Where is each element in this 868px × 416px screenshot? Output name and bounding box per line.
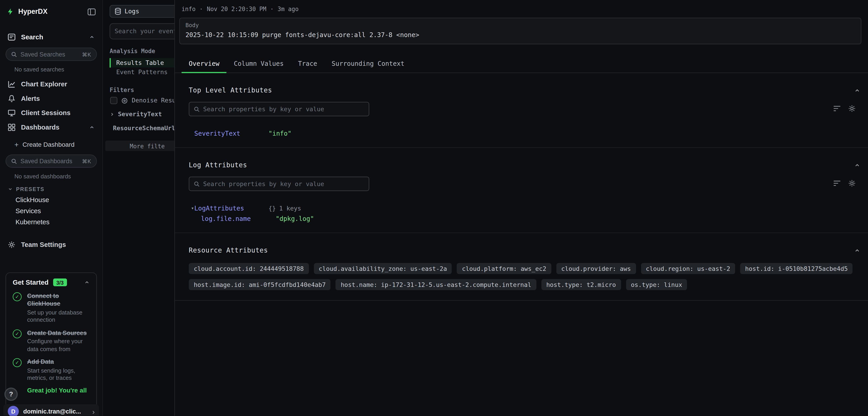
sidebar-item-label: Client Sessions [21,109,95,117]
resource-chip[interactable]: host.image.id: ami-0f5fcdfbd140e4ab7 [189,279,331,290]
filter-group-label: ResourceSchemaUrl [113,125,175,132]
brand-name: HyperDX [18,8,84,16]
resource-chip[interactable]: cloud.provider: aws [556,263,636,274]
gear-icon[interactable] [848,179,856,187]
hyperdx-logo-icon [6,8,14,16]
sidebar-item-clickhouse[interactable]: ClickHouse [0,195,102,206]
event-search-input[interactable] [115,28,174,35]
get-started-item-title: Connect to ClickHouse [27,292,90,308]
attribute-key[interactable]: log.file.name [201,215,276,222]
get-started-item-subtitle: Start sending logs, metrics, or traces [27,367,90,382]
get-started-item-data-sources[interactable]: ✓ Create Data Sources Configure where yo… [13,329,90,353]
tab-trace[interactable]: Trace [291,57,324,72]
more-filters-button[interactable]: More filte [105,141,174,151]
get-started-footer: Great job! You're all [27,387,90,394]
mode-results-table[interactable]: Results Table [110,58,175,68]
collapse-section-icon[interactable] [854,162,860,168]
resource-chip[interactable]: cloud.account.id: 244449518788 [189,263,309,274]
presets-toggle[interactable]: PRESETS [8,186,102,192]
mode-event-patterns[interactable]: Event Patterns [110,68,175,77]
resource-chip[interactable]: host.type: t2.micro [541,279,621,290]
user-menu[interactable]: D dominic.tran@clic... › dominic.tran@cl… [3,404,99,416]
section-title: Resource Attributes [189,246,854,254]
user-name: dominic.tran@clic... [23,408,88,415]
get-started-item-subtitle: Configure where your data comes from [27,338,90,353]
denoise-label: Denoise Resul [132,97,175,104]
help-button[interactable]: ? [4,387,18,401]
tree-collapse-caret[interactable]: ▾ [191,206,194,211]
sidebar-item-kubernetes[interactable]: Kubernetes [0,216,102,228]
chevron-up-icon[interactable] [84,280,90,285]
tab-surrounding-context[interactable]: Surrounding Context [324,57,412,72]
plus-icon: + [14,140,19,149]
filter-group-resourceschemaurl[interactable]: ResourceSchemaUrl [110,125,175,132]
gear-icon [8,241,16,248]
resource-chip[interactable]: cloud.region: us-east-2 [641,263,735,274]
analysis-mode-label: Analysis Mode [110,48,175,54]
collapse-section-icon[interactable] [854,247,860,253]
checkbox[interactable] [110,97,117,104]
search-icon [194,181,200,187]
no-saved-searches-text: No saved searches [14,66,102,72]
get-started-item-title: Create Data Sources [27,329,90,337]
event-search-box[interactable] [110,23,175,39]
sidebar-item-label: Search [21,33,84,41]
saved-searches-input[interactable] [21,51,79,57]
section-title: Top Level Attributes [189,86,854,94]
attribute-value[interactable]: "info" [269,129,291,137]
resource-chip[interactable]: os.type: linux [626,279,687,290]
get-started-item-add-data[interactable]: ✓ Add Data Start sending logs, metrics, … [13,358,90,382]
filter-group-severitytext[interactable]: SeverityText [110,111,175,118]
resource-chip[interactable]: cloud.availability_zone: us-east-2a [314,263,452,274]
sidebar-item-services[interactable]: Services [0,206,102,216]
sidebar-item-team-settings[interactable]: Team Settings [0,238,102,252]
property-search-input[interactable] [203,180,364,187]
resource-chip[interactable]: host.name: ip-172-31-12-5.us-east-2.comp… [336,279,536,290]
section-top-level-attributes: Top Level Attributes [175,73,868,148]
attribute-key[interactable]: LogAttributes [194,204,269,212]
denoise-results-checkbox[interactable]: Denoise Resul [110,97,174,104]
shortcut-badge: ⌘K [82,158,91,164]
sidebar-item-client-sessions[interactable]: Client Sessions [0,106,102,120]
event-timestamp: Nov 20 2:20:30 PM [207,5,266,12]
section-log-attributes: Log Attributes [175,148,868,233]
sidebar-item-label: Chart Explorer [21,80,95,88]
sidebar-item-chart-explorer[interactable]: Chart Explorer [0,77,102,91]
get-started-item-title: Add Data [27,358,90,366]
monitor-icon [8,109,16,117]
database-icon [115,8,121,15]
sidebar-item-dashboards[interactable]: Dashboards [0,120,102,135]
search-icon [194,106,200,112]
property-search-box[interactable] [189,102,369,116]
property-search-box[interactable] [189,177,369,191]
line-wrap-icon[interactable] [833,105,841,112]
resource-chip[interactable]: host.id: i-0510b81275acbe4d5 [740,263,852,274]
saved-dashboards-input[interactable] [21,158,79,165]
tab-column-values[interactable]: Column Values [227,57,291,72]
chevron-down-icon [8,186,13,191]
tab-overview[interactable]: Overview [182,57,226,72]
sidebar-item-search[interactable]: Search [0,30,102,44]
chevron-right-icon: › [92,407,95,416]
line-wrap-icon[interactable] [833,180,841,186]
sidebar-item-alerts[interactable]: Alerts [0,91,102,106]
saved-dashboards-search[interactable]: ⌘K [5,154,97,168]
source-selector-button[interactable]: Logs [110,5,175,18]
create-dashboard-label: Create Dashboard [22,141,74,148]
sidebar-collapse-icon[interactable] [88,8,96,16]
collapse-section-icon[interactable] [854,87,860,93]
resource-chip[interactable]: cloud.platform: aws_ec2 [457,263,551,274]
source-selector-label: Logs [125,8,139,15]
get-started-item-subtitle: Set up your database connection [27,309,90,324]
get-started-item-connect[interactable]: ✓ Connect to ClickHouse Set up your data… [13,292,90,324]
attribute-value[interactable]: "dpkg.log" [276,215,314,222]
create-dashboard-button[interactable]: + Create Dashboard [0,138,102,151]
severity-text: info [182,5,195,12]
attribute-key[interactable]: SeverityText [194,129,269,137]
relative-time: 3m ago [278,5,299,12]
saved-searches-search[interactable]: ⌘K [5,48,97,61]
get-started-card: Get Started 3/3 ✓ Connect to ClickHouse … [5,272,97,410]
property-search-input[interactable] [203,106,364,113]
gear-icon[interactable] [848,105,856,112]
resource-attribute-chips: cloud.account.id: 244449518788 cloud.ava… [175,263,868,290]
